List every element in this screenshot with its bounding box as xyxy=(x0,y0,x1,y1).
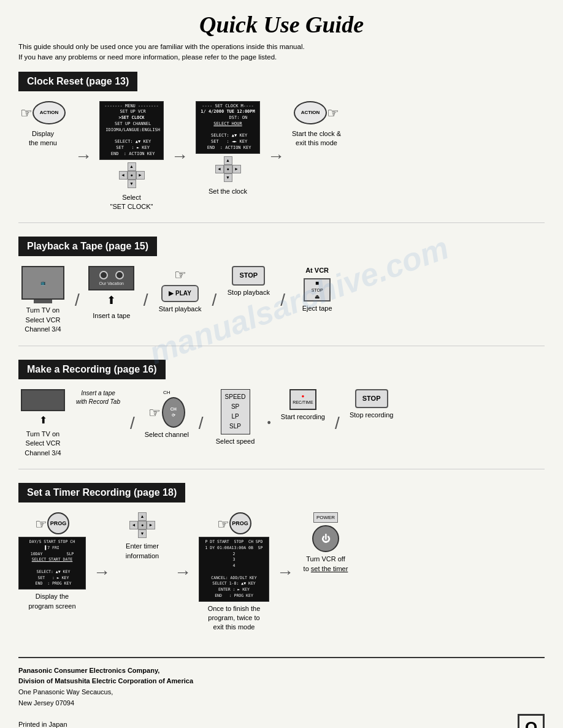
dpad-3[interactable]: ▲ ◄ ● ► ▼ xyxy=(129,512,155,538)
section-clock-reset: Clock Reset (page 13) ☞ ACTION Displayth… xyxy=(18,72,545,224)
power-btn[interactable]: ⏻ xyxy=(312,525,339,552)
bullet-1: • xyxy=(267,417,271,430)
dpad-left[interactable]: ◄ xyxy=(119,171,128,180)
rec-tape-icon xyxy=(21,389,65,411)
section-clock-header: Clock Reset (page 13) xyxy=(18,72,137,91)
playback-step4-label: Stop playback xyxy=(228,288,270,297)
arrow-div-1: → xyxy=(75,146,92,166)
timer-screen: P DT START STOP CH SPD 1 DY 01:00A13:00A… xyxy=(199,537,269,602)
section-recording: Make a Recording (page 16) ⬆ Turn TV onS… xyxy=(18,360,545,470)
speed-sp: SP xyxy=(225,402,246,412)
clock-step-2: ------- MENU -------- SET UP VCR >SET CL… xyxy=(99,101,164,212)
arrow-div-r2: / xyxy=(199,414,204,433)
dpad-down[interactable]: ▼ xyxy=(128,180,136,188)
slash-2: / xyxy=(280,290,285,310)
stop-btn-play[interactable]: STOP xyxy=(232,266,265,285)
menu-screen: ------- MENU -------- SET UP VCR >SET CL… xyxy=(99,101,164,160)
dpad-center[interactable]: ● xyxy=(128,171,136,180)
playback-step1-label: Turn TV onSelect VCRChannel 3/4 xyxy=(25,306,61,334)
dpad3-right[interactable]: ► xyxy=(147,521,155,529)
clock-step-4: ACTION ☞ Start the clock &exit this mode xyxy=(292,101,341,148)
playback-step-1: 📺 Turn TV onSelect VCRChannel 3/4 xyxy=(18,266,67,334)
ch-finger: ☞ xyxy=(148,404,161,423)
arrow-div-r3: / xyxy=(335,414,340,433)
dpad2-up[interactable]: ▲ xyxy=(224,156,232,165)
dpad-2[interactable]: ▲ ◄ ● ► ▼ xyxy=(215,156,241,182)
speed-slp: SLP xyxy=(225,422,246,431)
clock-step-1: ☞ ACTION Displaythe menu xyxy=(18,101,67,148)
timer-step1-label: Display theprogram screen xyxy=(28,592,75,611)
section-playback: Playback a Tape (page 15) 📺 Turn TV onSe… xyxy=(18,237,545,346)
action-label-1: ACTION xyxy=(40,109,59,116)
rec-step-1: ⬆ Turn TV onSelect VCRChannel 3/4 xyxy=(18,389,67,458)
stop-btn-rec[interactable]: STOP xyxy=(355,389,388,408)
dpad-up[interactable]: ▲ xyxy=(128,162,136,171)
timer-step4-label: Turn VCR offto set the timer xyxy=(304,555,348,574)
footer-printed: Printed in Japan xyxy=(18,719,193,728)
rec-step-4: ● REC/TIME Start recording xyxy=(278,389,327,422)
action-finger-1: ☞ xyxy=(20,104,33,123)
dpad2-center[interactable]: ● xyxy=(224,165,232,173)
prog-btn-2[interactable]: PROG xyxy=(229,512,251,534)
prog-finger-2: ☞ xyxy=(217,515,229,534)
q-box: Q xyxy=(518,714,545,728)
timer-step2-label: Enter timerinformation xyxy=(126,542,159,561)
dpad3-down[interactable]: ▼ xyxy=(138,529,147,538)
intro-text: This guide should only be used once you … xyxy=(18,42,545,63)
clock-step-3: ---- SET CLOCK M---- 1/ 4/2000 TUE 12:00… xyxy=(196,101,260,197)
prog-btn-1[interactable]: PROG xyxy=(47,512,69,534)
timer-step-4: POWER ⏻ Turn VCR offto set the timer xyxy=(301,512,350,574)
action-btn-2: ACTION xyxy=(294,101,327,124)
slash-1: / xyxy=(212,290,217,310)
section-timer-header: Set a Timer Recording (page 18) xyxy=(18,483,185,502)
prog-finger-1: ☞ xyxy=(35,515,47,534)
playback-step5-label: Eject tape xyxy=(302,304,332,313)
rec-step-tape-label: Insert a tapewith Record Tab xyxy=(74,389,123,406)
dpad2-left[interactable]: ◄ xyxy=(215,165,224,173)
action-btn-1: ACTION xyxy=(33,101,66,124)
rec-step-2: CH ☞ CH ⟳ Select channel xyxy=(142,389,191,440)
dpad3-center[interactable]: ● xyxy=(138,521,147,529)
rec-step2-label: Select channel xyxy=(145,430,189,439)
playback-step-4: STOP Stop playback xyxy=(224,266,273,297)
arrow-div-r1: / xyxy=(130,414,135,433)
rec-step3-label: Select speed xyxy=(216,437,255,446)
footer-right: Q xyxy=(518,714,545,728)
footer-company: Panasonic Consumer Electronics Company, xyxy=(18,667,159,674)
dpad-right[interactable]: ► xyxy=(136,171,145,180)
dpad3-up[interactable]: ▲ xyxy=(138,512,147,521)
timer-step-3: ☞ PROG P DT START STOP CH SPD 1 DY 01:00… xyxy=(199,512,269,632)
prog-screen: DAY/S START STOP CH ▌7 FRI 10DAY SLP SEL… xyxy=(18,537,86,590)
footer-left: Panasonic Consumer Electronics Company, … xyxy=(18,665,193,728)
action-finger-2: ☞ xyxy=(327,104,339,123)
page-wrapper: manualsarchive.com Quick Use Guide This … xyxy=(18,6,545,728)
playback-step2-label: Insert a tape xyxy=(93,311,130,320)
section-recording-header: Make a Recording (page 16) xyxy=(18,360,166,379)
dpad3-left[interactable]: ◄ xyxy=(129,521,138,529)
footer: Panasonic Consumer Electronics Company, … xyxy=(18,657,545,728)
speed-label: SPEED xyxy=(225,392,246,402)
clock-steps: ☞ ACTION Displaythe menu → ------- MENU … xyxy=(18,99,545,217)
arrow-div-t3: → xyxy=(277,563,294,582)
timer-step-1: ☞ PROG DAY/S START STOP CH ▌7 FRI 10DAY … xyxy=(18,512,86,611)
dpad2-right[interactable]: ► xyxy=(232,165,241,173)
timer-step3-label: Once to finish theprogram, twice toexit … xyxy=(208,604,261,632)
footer-address2: New Jersey 07094 xyxy=(18,698,193,709)
ch-label: CH xyxy=(163,389,170,396)
timer-steps: ☞ PROG DAY/S START STOP CH ▌7 FRI 10DAY … xyxy=(18,510,545,637)
intro-line2: If you have any problems or need more in… xyxy=(18,53,277,61)
rec-step5-label: Stop recording xyxy=(350,411,394,420)
dpad2-down[interactable]: ▼ xyxy=(224,173,232,182)
clock-step4-label: Start the clock &exit this mode xyxy=(292,129,341,148)
rec-time-btn[interactable]: ● REC/TIME xyxy=(289,389,316,410)
dpad-1[interactable]: ▲ ◄ ● ► ▼ xyxy=(119,162,145,188)
arrow-div-2: → xyxy=(171,146,188,166)
playback-steps: 📺 Turn TV onSelect VCRChannel 3/4 / Our … xyxy=(18,264,545,339)
ch-selector[interactable]: CH ⟳ xyxy=(162,397,185,428)
arrow-div-p1: / xyxy=(75,290,80,310)
play-btn[interactable]: ▶ PLAY xyxy=(161,285,199,302)
vcr-eject-btn[interactable]: ■ STOP ⏏ xyxy=(304,278,331,301)
playback-step3-label: Start playback xyxy=(159,305,202,314)
rec-step-3: SPEED SP LP SLP Select speed xyxy=(211,389,260,446)
footer-address1: One Panasonic Way Secaucus, xyxy=(18,687,193,698)
